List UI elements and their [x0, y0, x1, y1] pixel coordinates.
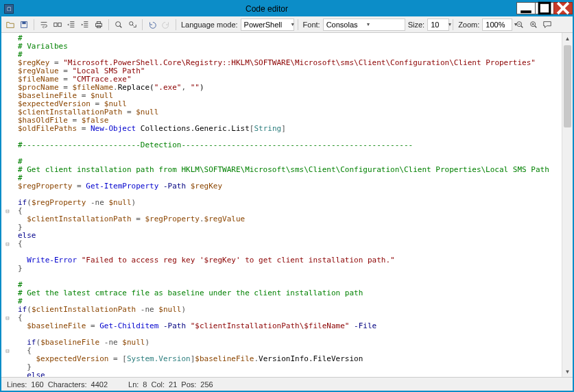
svg-rect-5 — [22, 21, 25, 24]
status-chars-label: Characters: — [48, 380, 87, 389]
close-button[interactable] — [553, 2, 573, 14]
svg-rect-7 — [58, 23, 61, 26]
toggle-whitespace-icon[interactable] — [51, 19, 64, 31]
toolbar-separator — [176, 19, 176, 30]
svg-rect-6 — [54, 23, 57, 26]
open-file-icon[interactable] — [4, 19, 16, 31]
svg-line-12 — [120, 25, 122, 27]
font-dropdown[interactable]: Consolas▼ — [323, 19, 405, 31]
status-col-label: Col: — [151, 380, 165, 389]
toolbar-separator — [34, 19, 34, 30]
language-mode-label: Language mode: — [181, 21, 238, 29]
svg-point-11 — [116, 21, 121, 26]
code-content[interactable]: ## Varialbes#$regKey = "Microsoft.PowerS… — [14, 33, 562, 377]
toggle-wrap-icon[interactable] — [38, 19, 50, 31]
svg-rect-9 — [97, 21, 100, 23]
status-ln-value: 8 — [143, 380, 147, 389]
toolbar-separator — [142, 19, 143, 30]
zoom-out-icon[interactable] — [514, 19, 526, 31]
scroll-down-icon[interactable]: ▼ — [562, 366, 573, 377]
save-icon[interactable] — [18, 19, 30, 31]
status-bar: Lines: 160 Characters: 4402 Ln: 8 Col: 2… — [1, 377, 573, 391]
size-label: Size: — [408, 21, 424, 29]
window-title: Code editor — [16, 4, 517, 14]
svg-line-21 — [535, 25, 537, 27]
vertical-scrollbar[interactable]: ▲ ▼ — [562, 33, 573, 377]
fold-gutter[interactable]: ⊟⊟⊟⊟⊟⊟ — [1, 33, 14, 377]
redo-icon[interactable] — [160, 19, 172, 31]
chevron-down-icon: ▼ — [366, 22, 371, 27]
status-lines-label: Lines: — [7, 380, 27, 389]
toolbar-separator — [108, 19, 109, 30]
title-bar: ▢ Code editor — [1, 1, 573, 16]
status-lines-value: 160 — [31, 380, 43, 389]
replace-icon[interactable] — [126, 19, 139, 31]
toolbar-separator — [298, 19, 298, 30]
print-icon[interactable] — [93, 19, 105, 31]
status-pos-value: 256 — [200, 380, 213, 389]
status-pos-label: Pos: — [181, 380, 196, 389]
zoom-in-icon[interactable] — [527, 19, 540, 31]
svg-line-14 — [132, 25, 134, 26]
scroll-up-icon[interactable]: ▲ — [562, 33, 573, 44]
svg-rect-1 — [539, 3, 550, 14]
language-mode-dropdown[interactable]: PowerShell▼ — [241, 19, 294, 31]
font-label: Font: — [303, 21, 320, 29]
maximize-button[interactable] — [535, 2, 554, 14]
indent-icon[interactable] — [79, 19, 91, 31]
find-icon[interactable] — [112, 19, 125, 31]
status-chars-value: 4402 — [91, 380, 108, 389]
app-icon: ▢ — [4, 4, 14, 14]
minimize-button[interactable] — [516, 2, 536, 14]
status-col-value: 21 — [169, 380, 177, 389]
svg-line-17 — [521, 25, 523, 27]
outdent-icon[interactable] — [65, 19, 77, 31]
scroll-thumb[interactable] — [564, 45, 571, 127]
toolbar: Language mode: PowerShell▼ Font: Consola… — [1, 16, 573, 33]
chevron-down-icon: ▼ — [447, 22, 452, 27]
toolbar-separator — [453, 19, 453, 30]
chevron-down-icon: ▼ — [290, 22, 295, 27]
editor-area[interactable]: ⊟⊟⊟⊟⊟⊟ ## Varialbes#$regKey = "Microsoft… — [1, 33, 573, 377]
status-ln-label: Ln: — [128, 380, 139, 389]
comment-icon[interactable] — [541, 19, 553, 31]
zoom-dropdown[interactable]: 100%▼ — [482, 19, 512, 31]
undo-icon[interactable] — [146, 19, 158, 31]
size-dropdown[interactable]: 10▼ — [427, 19, 449, 31]
zoom-label: Zoom: — [458, 21, 479, 29]
